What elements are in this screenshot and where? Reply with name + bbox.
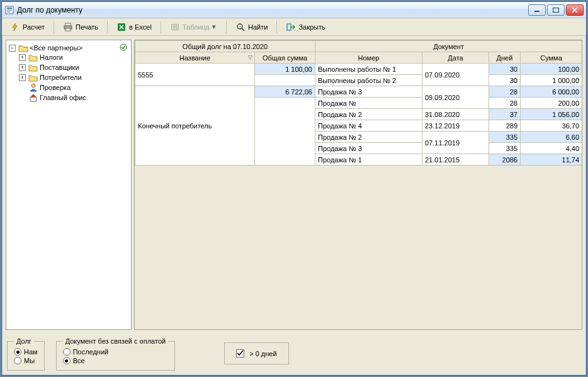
table-icon: [170, 22, 180, 32]
close-action-label: Закрыть: [298, 23, 325, 31]
table-row[interactable]: Конечный потребитель6 722,06Продажа № 30…: [135, 86, 582, 98]
expand-icon[interactable]: +: [19, 74, 26, 81]
tree-item-label: Налоги: [40, 53, 63, 61]
folder-open-icon: [18, 43, 28, 52]
col-sum[interactable]: Сумма: [521, 52, 582, 64]
separator: [54, 21, 54, 33]
radio-debt-we[interactable]: Мы: [14, 356, 38, 365]
cell-sum: 11,74: [521, 154, 582, 166]
debt-direction-group: Долг Нам Мы: [7, 337, 45, 371]
close-action-button[interactable]: Закрыть: [281, 20, 329, 34]
radio-icon: [63, 348, 71, 356]
cell-number: Продажа № 3: [315, 86, 422, 98]
col-total[interactable]: Общая сумма: [255, 52, 315, 64]
calc-label: Расчет: [23, 23, 45, 31]
cell-name: Конечный потребитель: [135, 86, 255, 166]
tree-item-label: Главный офис: [40, 94, 86, 101]
minimize-button[interactable]: [528, 4, 546, 16]
cell-sum: 36,70: [521, 120, 582, 132]
cell-number: Выполнены работы № 2: [315, 75, 422, 86]
debt-grid[interactable]: Общий долг на 07.10.2020 Документ Назван…: [135, 40, 582, 166]
print-label: Печать: [76, 23, 98, 31]
collapse-icon[interactable]: −: [9, 45, 16, 52]
excel-button[interactable]: в Excel: [112, 20, 156, 34]
radio-doc-all[interactable]: Все: [63, 356, 169, 365]
person-icon: [28, 83, 38, 92]
print-button[interactable]: Печать: [59, 20, 103, 34]
days-filter[interactable]: > 0 дней: [224, 342, 288, 364]
toolbar: Расчет Печать в Excel Таблица ▾ Найти За…: [2, 18, 586, 36]
col-date[interactable]: Дата: [422, 52, 489, 64]
doc-filter-group: Документ без связей с оплатой Последний …: [56, 337, 176, 371]
cell-days: 289: [489, 120, 521, 132]
radio-icon: [14, 348, 21, 356]
separator: [107, 21, 108, 33]
spacer: [19, 94, 26, 101]
excel-label: в Excel: [129, 23, 152, 31]
cell-sum: 6 000,00: [521, 86, 582, 98]
cell-total: 6 722,06: [255, 86, 315, 98]
cell-number: Продажа № 2: [315, 132, 422, 143]
table-row[interactable]: 55551 100,00Выполнены работы № 107.09.20…: [135, 64, 582, 75]
svg-rect-1: [7, 8, 12, 9]
cell-days: 2086: [489, 154, 521, 166]
bottom-panel: Долг Нам Мы Документ без связей с оплато…: [2, 334, 586, 375]
cell-name: 5555: [135, 64, 255, 86]
cell-sum: 1 000,00: [521, 75, 582, 86]
folder-icon: [28, 73, 38, 82]
header-group-debt[interactable]: Общий долг на 07.10.2020: [135, 41, 315, 52]
tree-item-label: Поставщики: [40, 64, 79, 71]
days-filter-label: > 0 дней: [249, 350, 276, 357]
svg-rect-2: [7, 9, 12, 11]
tree-item[interactable]: Проверка: [19, 83, 131, 92]
find-button[interactable]: Найти: [231, 20, 272, 34]
svg-rect-10: [171, 24, 178, 30]
cell-total-empty: [255, 98, 315, 166]
svg-rect-4: [534, 11, 540, 12]
col-days[interactable]: Дней: [489, 52, 521, 64]
maximize-button[interactable]: [547, 4, 565, 16]
calc-button[interactable]: Расчет: [6, 20, 49, 34]
search-icon: [235, 22, 246, 32]
folder-icon: [28, 63, 38, 72]
svg-rect-3: [7, 11, 10, 13]
doc-legend: Документ без связей с оплатой: [63, 337, 169, 345]
exit-icon: [286, 22, 296, 32]
svg-rect-8: [65, 28, 71, 31]
tree-root[interactable]: − <Все партнеры>: [9, 43, 131, 52]
table-label: Таблица: [183, 23, 210, 31]
cell-days: 37: [489, 109, 521, 120]
tree-item[interactable]: +Потребители: [19, 73, 131, 82]
radio-debt-us[interactable]: Нам: [14, 347, 38, 356]
app-icon: [4, 5, 14, 15]
sort-indicator-icon: ▽: [248, 54, 252, 60]
expand-icon[interactable]: +: [19, 54, 26, 61]
cell-date: 07.09.2020: [422, 64, 489, 86]
radio-doc-last[interactable]: Последний: [63, 347, 169, 356]
grid-empty-area: [135, 166, 582, 329]
tree-item[interactable]: Главный офис: [19, 93, 131, 102]
cell-total-empty: [255, 75, 315, 86]
header-group-doc[interactable]: Документ: [315, 41, 582, 52]
separator: [226, 21, 227, 33]
find-label: Найти: [248, 23, 268, 31]
cell-days: 28: [489, 86, 521, 98]
tree-item[interactable]: +Налоги: [19, 53, 131, 62]
close-button[interactable]: [566, 4, 584, 16]
separator: [161, 21, 161, 33]
partners-tree[interactable]: − <Все партнеры> +Налоги+Поставщики+Потр…: [6, 43, 131, 103]
tree-root-label: <Все партнеры>: [30, 44, 82, 52]
expand-icon[interactable]: +: [19, 64, 26, 71]
cell-number: Продажа № 1: [315, 154, 422, 166]
col-name[interactable]: Название▽: [135, 52, 255, 64]
cell-days: 30: [489, 75, 521, 86]
excel-icon: [116, 22, 127, 32]
home-icon: [28, 93, 38, 102]
cell-number: Продажа №: [315, 98, 422, 109]
table-button[interactable]: Таблица ▾: [166, 20, 222, 34]
cell-number: Продажа № 3: [315, 143, 422, 154]
col-number[interactable]: Номер: [315, 52, 422, 64]
tree-item[interactable]: +Поставщики: [19, 63, 131, 72]
cell-days: 335: [489, 132, 521, 143]
printer-icon: [63, 22, 73, 32]
